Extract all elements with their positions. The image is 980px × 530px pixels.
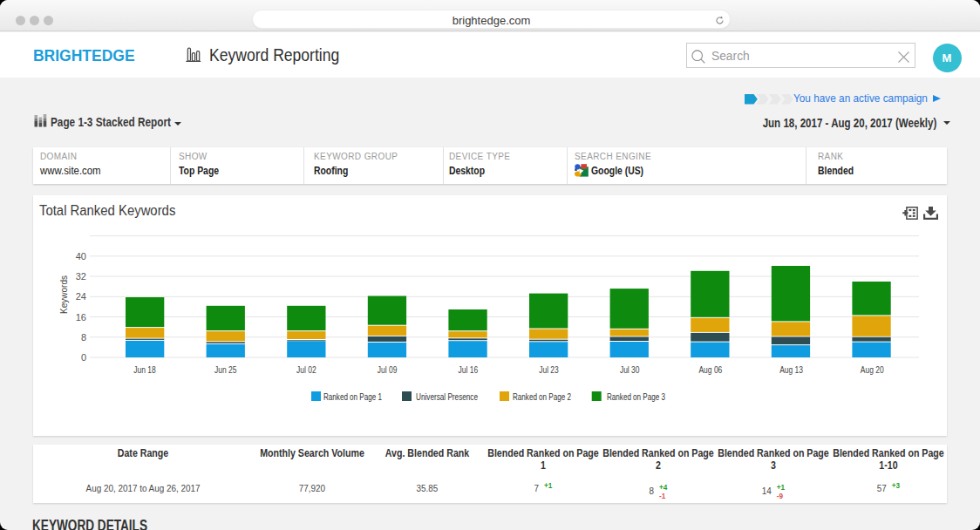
svg-text:40: 40 <box>76 251 86 262</box>
svg-text:Jul 16: Jul 16 <box>459 364 479 375</box>
svg-text:Jul 30: Jul 30 <box>620 364 640 375</box>
svg-text:Jul 09: Jul 09 <box>378 364 398 375</box>
svg-text:Aug 06: Aug 06 <box>698 364 722 375</box>
svg-text:Jun 18: Jun 18 <box>133 364 156 375</box>
svg-text:32: 32 <box>76 271 86 282</box>
svg-text:24: 24 <box>76 291 86 302</box>
svg-text:Jul 02: Jul 02 <box>296 364 316 375</box>
svg-text:Ranked on Page 3: Ranked on Page 3 <box>607 391 665 402</box>
svg-text:Universal Presence: Universal Presence <box>416 391 478 402</box>
svg-text:Jul 23: Jul 23 <box>539 364 559 375</box>
svg-text:Keywords: Keywords <box>58 275 69 314</box>
svg-text:16: 16 <box>76 312 86 323</box>
svg-text:Aug 13: Aug 13 <box>779 364 803 375</box>
svg-text:Ranked on Page 1: Ranked on Page 1 <box>323 391 382 402</box>
svg-text:0: 0 <box>81 352 86 363</box>
svg-text:Ranked on Page 2: Ranked on Page 2 <box>513 391 571 402</box>
svg-text:Jun 25: Jun 25 <box>214 364 237 375</box>
svg-text:8: 8 <box>81 332 86 343</box>
svg-text:Aug 20: Aug 20 <box>861 364 884 375</box>
